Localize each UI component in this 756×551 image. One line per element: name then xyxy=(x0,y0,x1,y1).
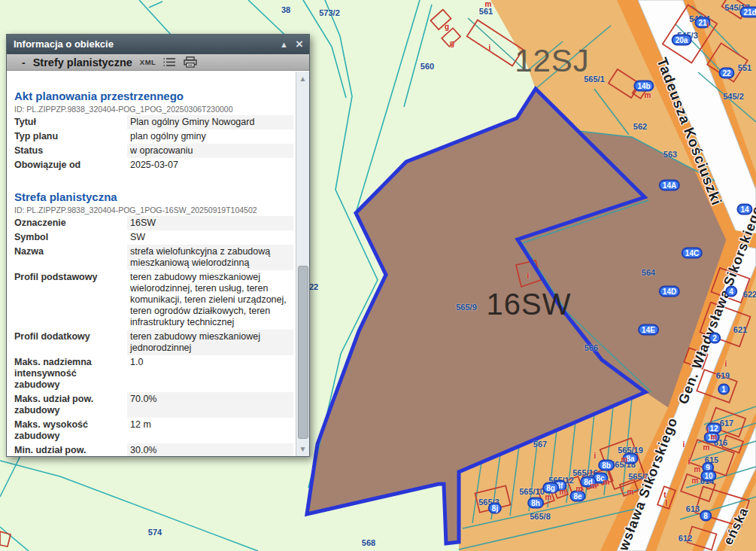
info-row: Maks. nadziemna intensywność zabudowy1.0 xyxy=(14,355,293,392)
info-row: Typ planuplan ogólny gminy xyxy=(14,129,293,144)
row-value: SW xyxy=(127,230,293,245)
info-row: Profil dodatkowyteren zabudowy mieszkani… xyxy=(14,330,293,355)
close-icon[interactable]: × xyxy=(296,35,303,54)
row-label: Profil podstawowy xyxy=(14,270,127,330)
info-row: Maks. udział pow. zabudowy70.0% xyxy=(14,392,293,418)
attribute-rows: Oznaczenie16SWSymbolSWNazwastrefa wielof… xyxy=(14,216,293,456)
info-row: SymbolSW xyxy=(14,230,293,245)
row-value: teren zabudowy mieszkaniowej jednorodzin… xyxy=(127,330,293,355)
collapse-window-icon[interactable]: ▲ xyxy=(280,35,288,54)
section-akt: Akt planowania przestrzennego ID: PL.ZIP… xyxy=(14,90,293,172)
row-label: Typ planu xyxy=(14,129,127,144)
layer-title: Strefy planistyczne xyxy=(33,56,132,68)
row-value: w opracowaniu xyxy=(127,144,293,158)
section-strefa: Strefa planistyczna ID: PL.ZIPPZP.9838_3… xyxy=(14,190,293,456)
row-label: Obowiązuje od xyxy=(14,158,127,172)
row-label: Oznaczenie xyxy=(14,216,127,230)
info-row: Min. udział pow. biologicznie czynnej30.… xyxy=(14,443,293,456)
info-content: Akt planowania przestrzennego ID: PL.ZIP… xyxy=(7,72,296,456)
layer-toolbar: - Strefy planistyczne XML xyxy=(7,54,309,71)
row-label: Status xyxy=(14,144,127,158)
info-row: Nazwastrefa wielofunkcyjna z zabudową mi… xyxy=(14,245,293,270)
list-icon[interactable] xyxy=(163,57,176,67)
xml-link[interactable]: XML xyxy=(140,58,156,66)
row-value: 2025-03-07 xyxy=(127,158,293,172)
row-value: 30.0% xyxy=(127,443,293,456)
map-viewport: 38573/2561560565/1545/17545/4545/3545/25… xyxy=(0,0,756,551)
info-row: Statusw opracowaniu xyxy=(14,144,293,158)
attribute-rows: TytułPlan ogólny Gminy NowogardTyp planu… xyxy=(14,115,293,172)
row-label: Profil dodatkowy xyxy=(14,330,127,355)
row-value: 12 m xyxy=(127,418,293,443)
section-id: ID: PL.ZIPPZP.9838_320404-POG_1POG-16SW_… xyxy=(14,205,293,215)
row-value: Plan ogólny Gminy Nowogard xyxy=(127,115,293,129)
row-value: 70.0% xyxy=(127,392,293,418)
section-id: ID: PL.ZIPPZP.9838_320404-POG_1POG_20250… xyxy=(14,105,293,114)
section-heading: Strefa planistyczna xyxy=(14,190,293,203)
print-icon[interactable] xyxy=(184,56,197,68)
row-label: Nazwa xyxy=(14,245,127,270)
section-collapse-toggle[interactable]: - xyxy=(22,56,26,68)
row-value: teren zabudowy mieszkaniowej wielorodzin… xyxy=(127,270,293,330)
row-value: strefa wielofunkcyjna z zabudową mieszka… xyxy=(127,245,293,270)
row-value: plan ogólny gminy xyxy=(127,129,293,144)
info-window-titlebar[interactable]: Informacja o obiekcie ▲ × xyxy=(7,35,309,54)
row-value: 1.0 xyxy=(127,355,293,392)
window-title: Informacja o obiekcie xyxy=(14,38,114,50)
info-row: Maks. wysokość zabudowy12 m xyxy=(14,418,293,443)
info-row: Oznaczenie16SW xyxy=(14,216,293,230)
info-row: Profil podstawowyteren zabudowy mieszkan… xyxy=(14,270,293,330)
scroll-down-icon[interactable]: ▼ xyxy=(296,445,309,453)
row-label: Min. udział pow. biologicznie czynnej xyxy=(14,443,127,456)
info-row: TytułPlan ogólny Gminy Nowogard xyxy=(14,115,293,129)
section-heading: Akt planowania przestrzennego xyxy=(14,90,293,102)
scroll-up-icon[interactable]: ▲ xyxy=(296,75,309,83)
info-row: Obowiązuje od2025-03-07 xyxy=(14,158,293,172)
panel-scrollbar[interactable]: ▲ ▼ xyxy=(296,72,309,456)
row-value: 16SW xyxy=(127,216,293,230)
row-label: Maks. nadziemna intensywność zabudowy xyxy=(14,355,127,392)
row-label: Symbol xyxy=(14,230,127,245)
row-label: Maks. udział pow. zabudowy xyxy=(14,392,127,418)
row-label: Maks. wysokość zabudowy xyxy=(14,418,127,443)
scrollbar-thumb[interactable] xyxy=(298,266,308,439)
info-window: Informacja o obiekcie ▲ × - Strefy plani… xyxy=(6,34,310,457)
row-label: Tytuł xyxy=(14,115,127,129)
